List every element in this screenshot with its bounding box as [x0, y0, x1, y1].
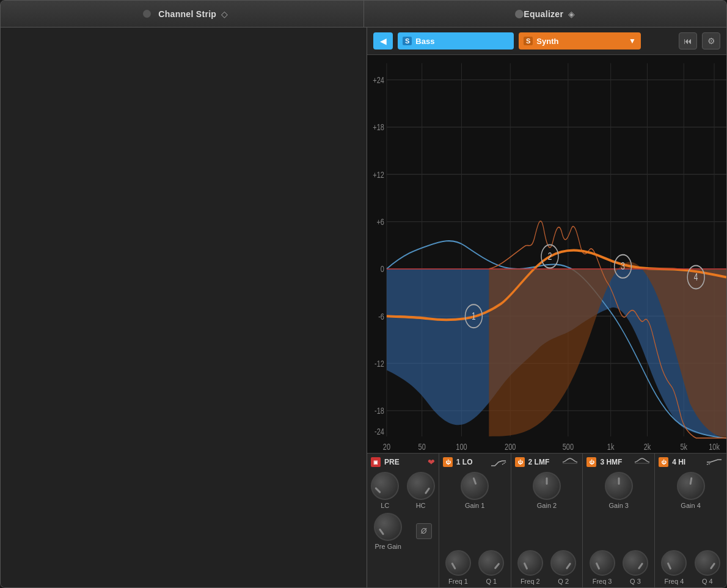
eq-canvas: 1 2 3 4 +24 +18 +12 +6 0 -6 -12 -18 — [367, 55, 726, 453]
band3-gain-group: Gain 3 — [585, 472, 652, 509]
pre-bottom-knobs: Pre Gain Ø — [370, 513, 436, 550]
band2-power-icon: ⏻ — [517, 460, 522, 465]
svg-text:10k: 10k — [709, 441, 720, 452]
band4-freq-label: Freq 4 — [664, 578, 684, 585]
svg-text:2k: 2k — [644, 441, 651, 452]
svg-text:2: 2 — [548, 251, 552, 262]
rewind-icon: ⏮ — [684, 36, 692, 46]
dropdown-arrow-icon: ▼ — [629, 37, 636, 45]
pre-power-icon: ▣ — [373, 460, 378, 465]
band1-shape-icon — [490, 457, 507, 467]
hc-knob[interactable] — [407, 472, 435, 500]
band3-section: ⏻ 3 HMF Gain 3 — [583, 454, 655, 587]
settings-button[interactable]: ⚙ — [702, 32, 720, 50]
band4-q-knob[interactable] — [695, 550, 720, 576]
band1-knobs: Gain 1 Freq 1 Q 1 — [442, 472, 508, 585]
band2-gain-label: Gain 2 — [537, 502, 557, 509]
band4-power-button[interactable]: ⏻ — [659, 457, 668, 467]
hc-knob-group: HC — [407, 472, 435, 509]
synth-track-selector[interactable]: S Synth ▼ — [519, 32, 641, 50]
band4-q-label: Q 4 — [702, 578, 713, 585]
band2-power-button[interactable]: ⏻ — [515, 457, 525, 467]
svg-text:0: 0 — [381, 264, 384, 274]
pre-top-knobs: LC HC — [370, 472, 436, 509]
band1-header: ⏻ 1 LO — [442, 457, 508, 467]
channel-strip-title-area: Channel Strip ◇ — [1, 9, 364, 19]
svg-text:+18: +18 — [373, 122, 384, 133]
settings-icon: ⚙ — [707, 36, 715, 46]
band4-gain-knob[interactable] — [677, 472, 705, 500]
diamond-left-icon: ◇ — [221, 9, 228, 19]
band1-gain-knob[interactable] — [461, 472, 489, 500]
svg-text:-6: -6 — [378, 311, 384, 322]
synth-label: Synth — [536, 37, 558, 46]
back-icon: ◀ — [380, 36, 387, 46]
pre-label: PRE — [384, 458, 424, 466]
band1-power-icon: ⏻ — [445, 460, 450, 465]
bass-track-selector[interactable]: S Bass — [398, 32, 514, 50]
band3-header: ⏻ 3 HMF — [585, 457, 652, 467]
band3-gain-label: Gain 3 — [609, 502, 629, 509]
band2-header: ⏻ 2 LMF — [514, 457, 580, 467]
title-bar: Channel Strip ◇ Equalizer ◈ — [1, 1, 726, 28]
eq-toolbar: ◀ S Bass S Synth ▼ ⏮ ⚙ — [367, 28, 726, 55]
band1-q-knob[interactable] — [478, 550, 504, 576]
window-close-button[interactable] — [143, 10, 151, 18]
svg-text:-24: -24 — [374, 426, 384, 436]
band2-label: 2 LMF — [528, 458, 558, 466]
eq-display[interactable]: 1 2 3 4 +24 +18 +12 +6 0 -6 -12 -18 — [367, 55, 726, 453]
back-button[interactable]: ◀ — [373, 32, 393, 50]
band4-freq-knob[interactable] — [661, 550, 687, 576]
band3-gain-knob[interactable] — [605, 472, 633, 500]
equalizer-panel: ◀ S Bass S Synth ▼ ⏮ ⚙ — [367, 28, 726, 587]
phase-button[interactable]: Ø — [416, 523, 432, 539]
svg-text:5k: 5k — [680, 441, 687, 452]
main-content: ◀ S Bass S Synth ▼ ⏮ ⚙ — [1, 28, 726, 587]
band4-knobs: Gain 4 Freq 4 Q 4 — [657, 472, 724, 585]
svg-text:500: 500 — [563, 441, 574, 452]
band3-power-icon: ⏻ — [589, 460, 594, 465]
band3-freq-knob[interactable] — [590, 550, 615, 576]
svg-text:1k: 1k — [607, 441, 615, 452]
band1-section: ⏻ 1 LO Gain 1 — [439, 454, 511, 587]
band2-q-knob[interactable] — [550, 550, 576, 576]
svg-text:200: 200 — [505, 441, 516, 452]
band4-power-icon: ⏻ — [661, 460, 666, 465]
equalizer-title: Equalizer — [524, 9, 563, 19]
pre-section: ▣ PRE ❤ LC HC — [367, 454, 439, 587]
pre-gain-knob[interactable] — [374, 513, 402, 541]
phase-icon: Ø — [421, 527, 426, 535]
svg-text:1: 1 — [472, 311, 476, 322]
band2-freq-knob[interactable] — [517, 550, 543, 576]
svg-text:100: 100 — [456, 441, 467, 452]
band1-power-button[interactable]: ⏻ — [443, 457, 453, 467]
band1-label: 1 LO — [456, 458, 486, 466]
pre-gain-label: Pre Gain — [374, 543, 401, 550]
band1-freq-label: Freq 1 — [448, 578, 468, 585]
band1-bottom-knobs: Freq 1 Q 1 — [442, 550, 508, 585]
channel-strip-title: Channel Strip — [158, 9, 216, 19]
svg-text:+12: +12 — [373, 169, 384, 180]
lc-knob[interactable] — [371, 472, 399, 500]
band4-label: 4 HI — [672, 458, 702, 466]
pre-power-button[interactable]: ▣ — [371, 457, 381, 467]
band3-bottom-knobs: Freq 3 Q 3 — [585, 550, 652, 585]
phase-btn-group: Ø — [416, 523, 432, 539]
band3-knobs: Gain 3 Freq 3 Q 3 — [585, 472, 652, 585]
svg-text:+6: +6 — [376, 216, 384, 227]
rewind-button[interactable]: ⏮ — [679, 32, 697, 50]
svg-text:-12: -12 — [374, 358, 384, 369]
pre-gain-knob-group: Pre Gain — [374, 513, 402, 550]
band3-freq-label: Freq 3 — [593, 578, 612, 585]
band2-gain-knob[interactable] — [533, 472, 561, 500]
eq-controls: ▣ PRE ❤ LC HC — [367, 453, 726, 587]
svg-text:+24: +24 — [373, 75, 384, 85]
band2-bottom-knobs: Freq 2 Q 2 — [514, 550, 580, 585]
svg-text:-18: -18 — [374, 406, 384, 416]
band3-power-button[interactable]: ⏻ — [586, 457, 596, 467]
band2-shape-icon — [561, 457, 579, 467]
band1-freq-knob[interactable] — [445, 550, 471, 576]
band3-q-knob[interactable] — [623, 550, 648, 576]
diamond-right-icon: ◈ — [568, 9, 575, 19]
hc-label: HC — [416, 502, 426, 509]
